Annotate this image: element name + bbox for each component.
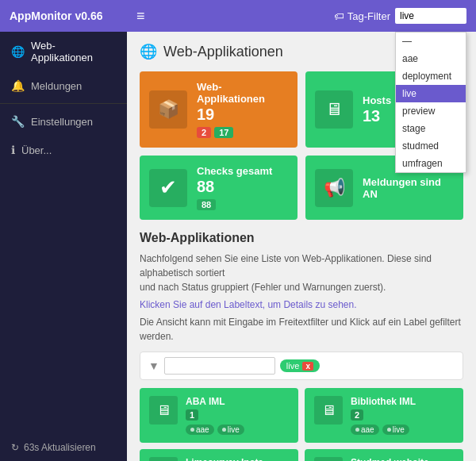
topbar: ≡ 🏷 Tag-Filter — aae deployment live pre… xyxy=(127,0,476,32)
stat-info-meldungen: Meldungen sind AN xyxy=(363,176,454,200)
sidebar-label-einstellungen: Einstellungen xyxy=(31,116,93,128)
sidebar-item-web-applikationen[interactable]: 🌐 Web-Applikationen xyxy=(0,32,127,71)
app-tag-live-b[interactable]: live xyxy=(382,425,409,435)
app-icon-lime: 🖥 xyxy=(149,457,178,461)
section-title: Web-Applikationen xyxy=(140,231,463,245)
live-tag-label: live xyxy=(286,361,300,371)
dropdown-item-studmed[interactable]: studmed xyxy=(396,137,466,155)
app-name-bibliothek: Bibliothek IML xyxy=(351,396,454,407)
sidebar-label-ueber: Über... xyxy=(21,144,52,156)
stat-number-web: 19 xyxy=(197,105,288,124)
dropdown-item-aae[interactable]: aae xyxy=(396,50,466,67)
stat-label-meldungen: Meldungen sind AN xyxy=(363,176,454,200)
app-card-aba-iml[interactable]: 🖥 ABA IML 1 aae live xyxy=(140,388,298,443)
dropdown-item-live[interactable]: live xyxy=(396,85,466,102)
app-card-bibliothek[interactable]: 🖥 Bibliothek IML 2 aae live xyxy=(305,388,463,443)
app-tags-bibliothek: aae live xyxy=(351,425,454,435)
section-filter-note: Die Ansicht kann mit Eingabe im Freitext… xyxy=(140,315,463,344)
stat-label-web: Web-Applikationen xyxy=(197,81,288,105)
app-tag-live[interactable]: live xyxy=(217,425,244,435)
stat-info-checks: Checks gesamt 88 88 xyxy=(197,165,288,210)
server-icon: 🖥 xyxy=(315,90,353,129)
filter-bar: ▼ live x xyxy=(140,352,463,380)
app-icon-studmed: 🖥 xyxy=(314,457,343,461)
badge-checks: 88 xyxy=(197,199,216,210)
section-link: Klicken Sie auf den Labeltext, um Detail… xyxy=(140,298,463,312)
filter-icon: ▼ xyxy=(148,359,159,372)
package-icon: 📦 xyxy=(149,90,187,129)
tag-filter-select[interactable]: — aae deployment live preview stage stud… xyxy=(395,8,466,24)
app-info-lime: Limesurvey Insta... 4 live umfragen xyxy=(186,457,289,461)
filter-input[interactable] xyxy=(164,357,275,375)
sidebar: AppMonitor v0.66 🌐 Web-Applikationen 🔔 M… xyxy=(0,0,127,461)
app-info-bibliothek: Bibliothek IML 2 aae live xyxy=(351,396,454,435)
app-grid: 🖥 ABA IML 1 aae live 🖥 Bibliothek IML xyxy=(140,388,463,461)
app-card-studmed[interactable]: 🖥 Studmed website 9 live studmed xyxy=(305,449,463,461)
dropdown-item-blank[interactable]: — xyxy=(396,33,466,50)
app-num-bibliothek: 2 xyxy=(351,407,454,421)
wrench-icon: 🔧 xyxy=(11,115,25,128)
megaphone-icon: 📢 xyxy=(315,169,353,207)
stat-badges-checks: 88 xyxy=(197,199,288,210)
tag-filter-dropdown-wrapper: — aae deployment live preview stage stud… xyxy=(395,8,466,24)
info-icon: ℹ xyxy=(11,144,15,156)
bell-icon: 🔔 xyxy=(11,79,25,92)
app-info-studmed: Studmed website 9 live studmed xyxy=(351,457,454,461)
sidebar-label-meldungen: Meldungen xyxy=(31,80,82,92)
stat-badges-web: 2 17 xyxy=(197,127,288,138)
stat-number-checks: 88 xyxy=(197,177,288,196)
badge-red-web: 2 xyxy=(197,127,211,138)
main-area: ≡ 🏷 Tag-Filter — aae deployment live pre… xyxy=(127,0,476,461)
dropdown-item-umfragen[interactable]: umfragen xyxy=(396,155,466,172)
sidebar-item-meldungen[interactable]: 🔔 Meldungen xyxy=(0,71,127,100)
stat-card-checks[interactable]: ✔ Checks gesamt 88 88 xyxy=(140,156,298,220)
app-name-lime: Limesurvey Insta... xyxy=(186,457,289,461)
app-name-aba: ABA IML xyxy=(186,396,289,407)
refresh-icon: ↻ xyxy=(11,442,19,453)
sidebar-item-einstellungen[interactable]: 🔧 Einstellungen xyxy=(0,107,127,136)
stat-info-web: Web-Applikationen 19 2 17 xyxy=(197,81,288,138)
sidebar-label-web: Web-Applikationen xyxy=(31,40,116,63)
hamburger-menu[interactable]: ≡ xyxy=(136,8,145,25)
stat-card-web-apps[interactable]: 📦 Web-Applikationen 19 2 17 xyxy=(140,71,298,148)
update-section[interactable]: ↻ 63s Aktualisieren xyxy=(0,434,127,461)
app-name-studmed: Studmed website xyxy=(351,457,454,461)
stat-label-checks: Checks gesamt xyxy=(197,165,288,177)
update-label: 63s Aktualisieren xyxy=(24,442,96,453)
detail-link[interactable]: Klicken Sie auf den Labeltext, um Detail… xyxy=(140,299,357,310)
app-tag-aae[interactable]: aae xyxy=(186,425,214,435)
tag-filter-label: 🏷 Tag-Filter xyxy=(334,10,390,22)
app-icon-bibliothek: 🖥 xyxy=(314,396,343,425)
checkmark-icon: ✔ xyxy=(149,169,187,207)
remove-live-tag[interactable]: x xyxy=(302,362,313,371)
dropdown-item-stage[interactable]: stage xyxy=(396,120,466,137)
app-tag-aae-b[interactable]: aae xyxy=(351,425,379,435)
app-title: AppMonitor v0.66 xyxy=(0,0,127,32)
sidebar-item-ueber[interactable]: ℹ Über... xyxy=(0,136,127,164)
dropdown-item-deployment[interactable]: deployment xyxy=(396,67,466,85)
dropdown-overlay: — aae deployment live preview stage stud… xyxy=(395,32,466,173)
live-tag-pill: live x xyxy=(280,359,320,372)
tag-icon: 🏷 xyxy=(334,10,344,22)
app-info-aba: ABA IML 1 aae live xyxy=(186,396,289,435)
app-num-aba: 1 xyxy=(186,407,289,421)
section-desc-1: Nachfolgend sehen Sie eine Liste von Web… xyxy=(140,252,463,294)
dropdown-item-preview[interactable]: preview xyxy=(396,102,466,120)
app-card-limesurvey[interactable]: 🖥 Limesurvey Insta... 4 live umfragen xyxy=(140,449,298,461)
app-icon-aba: 🖥 xyxy=(149,396,178,425)
app-tags-aba: aae live xyxy=(186,425,289,435)
tag-filter-area: 🏷 Tag-Filter — aae deployment live previ… xyxy=(334,8,466,24)
globe-icon: 🌐 xyxy=(11,45,25,58)
page-globe-icon: 🌐 xyxy=(140,43,157,60)
badge-green-web: 17 xyxy=(214,127,233,138)
